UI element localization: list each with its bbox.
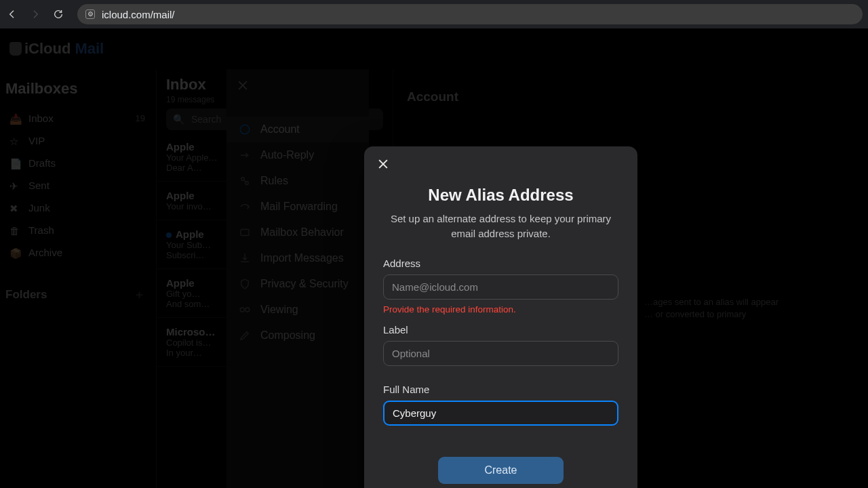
sidebar-item-junk[interactable]: ✖Junk bbox=[3, 197, 152, 219]
inbox-icon: 📥 bbox=[9, 113, 20, 124]
settings-item-rules[interactable]: Rules bbox=[226, 168, 369, 194]
address-input[interactable] bbox=[383, 274, 618, 300]
sidebar-item-sent[interactable]: ✈Sent bbox=[3, 174, 152, 197]
add-folder-icon[interactable]: ＋ bbox=[134, 287, 145, 302]
folders-heading[interactable]: Folders ＋ bbox=[5, 287, 152, 302]
site-controls-icon[interactable]: ⚙ bbox=[85, 9, 95, 19]
sidebar-item-archive[interactable]: 📦Archive bbox=[3, 241, 152, 264]
unread-dot-icon bbox=[166, 232, 172, 238]
svg-point-3 bbox=[241, 178, 245, 181]
settings-panel: Account Auto-Reply Rules Mail Forwarding… bbox=[226, 69, 369, 488]
document-icon: 📄 bbox=[9, 158, 20, 169]
archive-icon: 📦 bbox=[9, 247, 20, 258]
search-icon: 🔍 bbox=[173, 114, 184, 125]
forward-button[interactable] bbox=[28, 7, 42, 21]
sidebar-item-inbox[interactable]: 📥 Inbox 19 bbox=[3, 107, 152, 129]
modal-close-button[interactable] bbox=[376, 157, 390, 174]
star-icon: ☆ bbox=[9, 136, 20, 146]
apple-logo-icon bbox=[9, 42, 22, 56]
settings-page-title: Account bbox=[407, 89, 458, 104]
label-input[interactable] bbox=[383, 341, 618, 366]
url-text: icloud.com/mail/ bbox=[102, 9, 175, 20]
trash-icon: 🗑 bbox=[9, 225, 20, 236]
brand-mail: Mail bbox=[75, 40, 104, 58]
settings-close-button[interactable] bbox=[236, 79, 250, 95]
settings-item-auto-reply[interactable]: Auto-Reply bbox=[226, 142, 369, 168]
back-button[interactable] bbox=[5, 7, 19, 21]
junk-icon: ✖ bbox=[9, 203, 20, 214]
svg-point-7 bbox=[240, 308, 244, 312]
app-root: iCloud Mail Mailboxes 📥 Inbox 19 ☆VIP 📄D… bbox=[0, 28, 868, 488]
settings-item-import-messages[interactable]: Import Messages bbox=[226, 245, 369, 271]
create-button[interactable]: Create bbox=[438, 457, 564, 484]
paperplane-icon: ✈ bbox=[9, 180, 20, 191]
reload-button[interactable] bbox=[52, 7, 65, 21]
browser-chrome: ⚙ icloud.com/mail/ bbox=[0, 0, 868, 28]
modal-description: Set up an alternate address to keep your… bbox=[389, 211, 613, 241]
sidebar-item-trash[interactable]: 🗑Trash bbox=[3, 219, 152, 241]
address-label: Address bbox=[383, 258, 618, 269]
app-header: iCloud Mail bbox=[0, 28, 868, 69]
label-label: Label bbox=[383, 324, 618, 336]
brand-icloud: iCloud bbox=[24, 40, 71, 58]
modal-title: New Alias Address bbox=[383, 186, 618, 205]
settings-item-mailbox-behavior[interactable]: Mailbox Behavior bbox=[226, 220, 369, 245]
settings-item-mail-forwarding[interactable]: Mail Forwarding bbox=[226, 194, 369, 220]
alias-hint-text: …ages sent to an alias will appear … or … bbox=[644, 296, 787, 321]
svg-rect-6 bbox=[241, 230, 249, 236]
sidebar-item-vip[interactable]: ☆VIP bbox=[3, 129, 152, 152]
settings-item-composing[interactable]: Composing bbox=[226, 323, 369, 348]
svg-point-2 bbox=[240, 125, 250, 134]
new-alias-modal: New Alias Address Set up an alternate ad… bbox=[364, 146, 637, 488]
url-bar[interactable]: ⚙ icloud.com/mail/ bbox=[77, 4, 863, 24]
address-error: Provide the required information. bbox=[383, 304, 618, 314]
fullname-label: Full Name bbox=[383, 384, 618, 395]
settings-item-viewing[interactable]: Viewing bbox=[226, 297, 369, 323]
svg-line-5 bbox=[244, 180, 245, 182]
svg-point-4 bbox=[245, 182, 249, 185]
svg-point-8 bbox=[245, 308, 250, 312]
mailboxes-sidebar: Mailboxes 📥 Inbox 19 ☆VIP 📄Drafts ✈Sent … bbox=[0, 69, 156, 488]
fullname-input[interactable] bbox=[383, 401, 618, 426]
sidebar-item-drafts[interactable]: 📄Drafts bbox=[3, 152, 152, 174]
settings-item-privacy-security[interactable]: Privacy & Security bbox=[226, 271, 369, 297]
settings-item-account[interactable]: Account bbox=[226, 117, 369, 142]
sidebar-title: Mailboxes bbox=[3, 76, 152, 107]
